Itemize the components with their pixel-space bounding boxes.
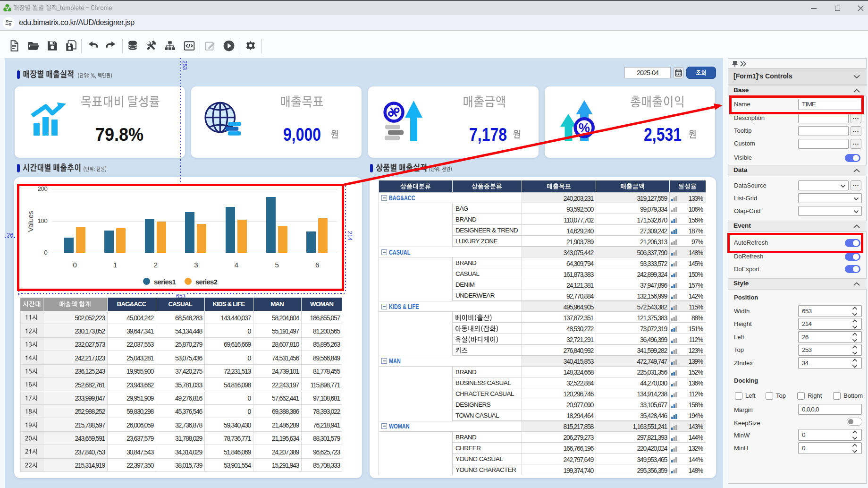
svg-text:A: A: [6, 6, 9, 10]
svg-text:%: %: [579, 121, 590, 135]
